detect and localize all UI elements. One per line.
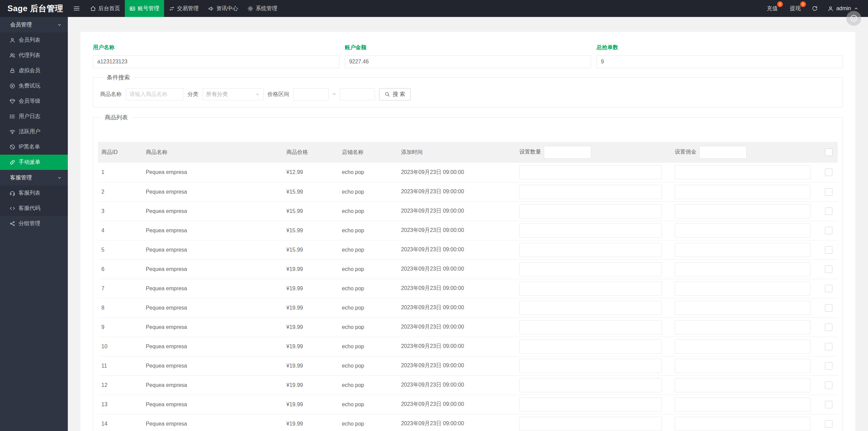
sidebar-item-agent-list[interactable]: 代理列表: [0, 48, 68, 63]
add-time-cell: 2023年09月23日 09:00:00: [398, 259, 516, 279]
nav-tab-trade[interactable]: 交易管理: [164, 0, 203, 17]
row-checkbox[interactable]: [825, 304, 832, 312]
sidebar-section-member[interactable]: 会员管理: [0, 17, 68, 33]
quantity-cell: [516, 279, 671, 298]
commission-input[interactable]: [675, 320, 810, 334]
sidebar-item-virtual-member[interactable]: 虚拟会员: [0, 63, 68, 78]
quantity-input[interactable]: [519, 339, 662, 354]
nav-tab-dashboard[interactable]: 后台首页: [85, 0, 125, 17]
price-max-input[interactable]: [340, 88, 375, 100]
refresh-button[interactable]: [807, 0, 823, 17]
select-all-checkbox[interactable]: [825, 149, 832, 156]
product-id-cell: 8: [98, 298, 142, 317]
sidebar-item-service-list[interactable]: 客服列表: [0, 185, 68, 201]
commission-input[interactable]: [675, 223, 810, 238]
commission-header-input[interactable]: [699, 146, 747, 159]
sidebar-section-label: 客服管理: [10, 174, 32, 181]
sidebar-section-service[interactable]: 客服管理: [0, 170, 68, 185]
price-min-input[interactable]: [293, 88, 329, 100]
commission-input[interactable]: [675, 243, 810, 257]
th-product-name: 商品名称: [142, 142, 283, 163]
add-time-cell: 2023年09月23日 09:00:00: [398, 163, 516, 182]
sidebar-item-user-log[interactable]: 用户日志: [0, 109, 68, 124]
add-time-cell: 2023年09月23日 09:00:00: [398, 414, 516, 431]
quantity-input[interactable]: [519, 397, 662, 412]
commission-input[interactable]: [675, 204, 810, 218]
add-time-cell: 2023年09月23日 09:00:00: [398, 375, 516, 395]
product-name-cell: Pequea empresa: [142, 375, 283, 395]
commission-input[interactable]: [675, 339, 810, 354]
quantity-input[interactable]: [519, 301, 662, 315]
product-name-cell: Pequea empresa: [142, 201, 283, 221]
orders-field-group: 总抢单数: [596, 44, 843, 68]
row-checkbox[interactable]: [825, 343, 832, 350]
quantity-input[interactable]: [519, 320, 662, 334]
quantity-input[interactable]: [519, 165, 662, 179]
nav-tab-system[interactable]: 系统管理: [243, 0, 282, 17]
commission-input[interactable]: [675, 378, 810, 392]
quantity-input[interactable]: [519, 185, 662, 199]
quantity-header-input[interactable]: [544, 146, 591, 159]
commission-input[interactable]: [675, 397, 810, 412]
row-checkbox[interactable]: [825, 208, 832, 215]
hamburger-icon: [73, 5, 80, 12]
balance-input[interactable]: [345, 55, 591, 68]
recharge-link[interactable]: 充值 0: [761, 0, 784, 17]
sidebar-item-group-management[interactable]: 分组管理: [0, 216, 68, 231]
row-checkbox[interactable]: [825, 169, 832, 176]
menu-toggle-button[interactable]: [68, 0, 85, 17]
search-button[interactable]: 搜 索: [379, 88, 410, 100]
row-checkbox[interactable]: [825, 266, 832, 273]
row-checkbox[interactable]: [825, 324, 832, 331]
product-name-cell: Pequea empresa: [142, 298, 283, 317]
quantity-input[interactable]: [519, 204, 662, 218]
sidebar-item-ip-blacklist[interactable]: IP黑名单: [0, 139, 68, 155]
row-checkbox[interactable]: [825, 381, 832, 389]
quantity-input[interactable]: [519, 262, 662, 276]
diamond-icon: [9, 98, 15, 104]
category-label: 分类: [188, 91, 198, 98]
sidebar-item-active-users[interactable]: 活跃用户: [0, 124, 68, 139]
username-input[interactable]: [93, 55, 339, 68]
row-checkbox[interactable]: [825, 188, 832, 196]
sidebar-item-label: 会员等级: [19, 98, 40, 105]
row-checkbox[interactable]: [825, 420, 832, 428]
quantity-input[interactable]: [519, 281, 662, 296]
commission-input[interactable]: [675, 301, 810, 315]
sidebar-item-service-code[interactable]: 客服代码: [0, 201, 68, 216]
th-product-id: 商品ID: [98, 142, 142, 163]
commission-input[interactable]: [675, 165, 810, 179]
chevron-up-icon: [854, 6, 859, 11]
commission-input[interactable]: [675, 281, 810, 296]
floating-assistant-button[interactable]: [846, 11, 861, 26]
sidebar-item-free-trial[interactable]: 免费试玩: [0, 78, 68, 94]
quantity-input[interactable]: [519, 223, 662, 238]
row-checkbox[interactable]: [825, 227, 832, 234]
row-checkbox[interactable]: [825, 285, 832, 292]
row-checkbox[interactable]: [825, 362, 832, 370]
commission-input[interactable]: [675, 417, 810, 431]
row-checkbox[interactable]: [825, 401, 832, 408]
app-logo: Sage 后台管理: [0, 0, 68, 17]
total-orders-input[interactable]: [596, 55, 843, 68]
product-price-cell: ¥15.99: [283, 221, 338, 240]
sidebar-item-member-level[interactable]: 会员等级: [0, 94, 68, 109]
quantity-input[interactable]: [519, 243, 662, 257]
withdraw-link[interactable]: 提现 0: [784, 0, 807, 17]
commission-input[interactable]: [675, 262, 810, 276]
quantity-input[interactable]: [519, 417, 662, 431]
username: admin: [836, 5, 851, 12]
nav-tab-account[interactable]: 账号管理: [125, 0, 164, 17]
sidebar-item-label: 手动派单: [19, 159, 40, 166]
product-table: 商品ID 商品名称 商品价格 店铺名称 添加时间 设置数量 设置佣金: [98, 142, 838, 431]
sidebar-item-manual-dispatch[interactable]: 手动派单: [0, 155, 68, 170]
commission-input[interactable]: [675, 185, 810, 199]
row-checkbox[interactable]: [825, 246, 832, 254]
product-name-input[interactable]: [126, 88, 183, 100]
quantity-input[interactable]: [519, 359, 662, 373]
sidebar-item-member-list[interactable]: 会员列表: [0, 33, 68, 48]
nav-tab-news[interactable]: 资讯中心: [203, 0, 243, 17]
category-select[interactable]: 所有分类: [202, 88, 263, 100]
quantity-input[interactable]: [519, 378, 662, 392]
commission-input[interactable]: [675, 359, 810, 373]
